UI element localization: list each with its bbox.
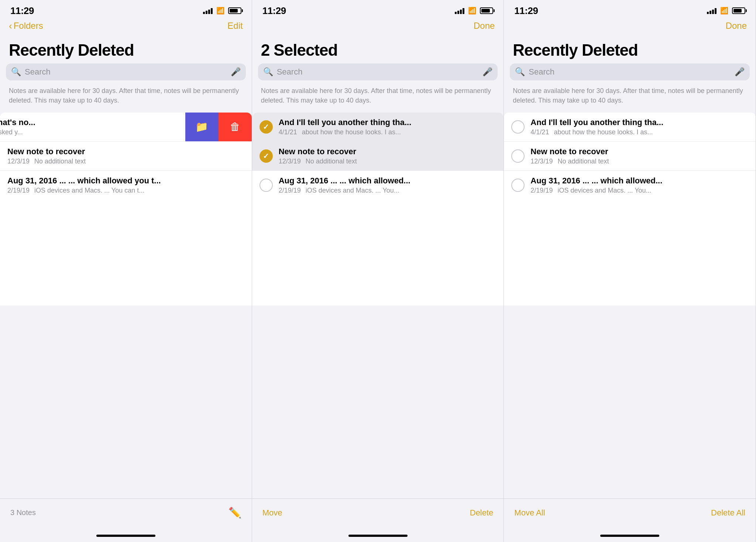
note-item-2-1[interactable]: New note to recover 12/3/19 No additiona… — [252, 142, 504, 171]
selection-circle-3-1[interactable] — [511, 149, 525, 163]
page-title-1: Recently Deleted — [0, 38, 252, 63]
bottom-bar-1: 3 Notes ✏️ — [0, 498, 252, 532]
mic-icon-3[interactable]: 🎤 — [735, 67, 745, 77]
note-preview-3-0: about how the house looks. I as... — [554, 128, 653, 136]
page-title-2: 2 Selected — [252, 38, 504, 63]
selection-circle-3-2[interactable] — [511, 179, 525, 192]
search-bar-1[interactable]: 🔍 Search 🎤 — [6, 63, 246, 80]
recover-icon: 📁 — [195, 121, 208, 133]
delete-all-button[interactable]: Delete All — [711, 508, 745, 518]
note-preview-2-2: iOS devices and Macs. ... You... — [306, 187, 399, 194]
selection-circle-2-0[interactable] — [260, 120, 273, 134]
battery-icon-2 — [480, 7, 493, 14]
note-meta-2-0: 4/1/21 about how the house looks. I as..… — [279, 128, 496, 136]
note-date-1-1: 12/3/19 — [7, 158, 30, 165]
notes-count-label: 3 Notes — [10, 508, 36, 517]
note-item-3-0[interactable]: And I'll tell you another thing tha... 4… — [504, 113, 756, 142]
status-bar-1: 11:29 📶 — [0, 0, 252, 19]
note-content-2-1: New note to recover 12/3/19 No additiona… — [279, 147, 496, 165]
bottom-bar-2: Move Delete — [252, 498, 504, 532]
note-content-2-0: And I'll tell you another thing tha... 4… — [279, 118, 496, 136]
note-item-3-2[interactable]: Aug 31, 2016 ... ... which allowed... 2/… — [504, 171, 756, 200]
wifi-icon-1: 📶 — [216, 7, 224, 15]
note-meta-3-2: 2/19/19 iOS devices and Macs. ... You... — [530, 187, 748, 194]
search-bar-2[interactable]: 🔍 Search 🎤 — [258, 63, 498, 80]
move-button[interactable]: Move — [262, 508, 282, 518]
search-icon-1: 🔍 — [11, 67, 21, 77]
note-meta-2-1: 12/3/19 No additional text — [279, 158, 496, 165]
info-text-2: Notes are available here for 30 days. Af… — [252, 85, 504, 112]
status-icons-1: 📶 — [203, 7, 241, 15]
note-date-2-2: 2/19/19 — [279, 187, 301, 194]
note-content-1-2: Aug 31, 2016 ... ... which allowed you t… — [7, 176, 244, 194]
note-title-3-0: And I'll tell you another thing tha... — [530, 118, 748, 127]
recover-action-button[interactable]: 📁 — [185, 113, 219, 141]
status-icons-2: 📶 — [455, 7, 493, 15]
note-meta-2-2: 2/19/19 iOS devices and Macs. ... You... — [279, 187, 496, 194]
delete-action-button[interactable]: 🗑 — [219, 113, 252, 141]
info-text-1: Notes are available here for 30 days. Af… — [0, 85, 252, 112]
note-title-1-1: New note to recover — [7, 147, 244, 156]
done-button-2[interactable]: Done — [474, 21, 495, 31]
search-icon-2: 🔍 — [263, 67, 273, 77]
delete-selected-button[interactable]: Delete — [470, 508, 494, 518]
status-icons-3: 📶 — [707, 7, 745, 15]
home-bar-1 — [96, 535, 155, 537]
home-indicator-3 — [504, 532, 756, 542]
search-bar-3[interactable]: 🔍 Search 🎤 — [510, 63, 750, 80]
signal-icon-1 — [203, 7, 213, 14]
note-content-2-2: Aug 31, 2016 ... ... which allowed... 2/… — [279, 176, 496, 194]
note-title-2-0: And I'll tell you another thing tha... — [279, 118, 496, 127]
folders-back-button[interactable]: ‹ Folders — [9, 21, 43, 31]
signal-icon-3 — [707, 7, 717, 14]
selection-circle-3-0[interactable] — [511, 120, 525, 134]
home-indicator-2 — [252, 532, 504, 542]
selection-circle-2-1[interactable] — [260, 149, 273, 163]
note-item-3-1[interactable]: New note to recover 12/3/19 No additiona… — [504, 142, 756, 171]
note-content-3-1: New note to recover 12/3/19 No additiona… — [530, 147, 748, 165]
notes-list-3: And I'll tell you another thing tha... 4… — [504, 113, 756, 305]
note-title-1-2: Aug 31, 2016 ... ... which allowed you t… — [7, 176, 244, 186]
signal-icon-2 — [455, 7, 464, 14]
selection-circle-2-2[interactable] — [260, 179, 273, 192]
note-meta-1-1: 12/3/19 No additional text — [7, 158, 244, 165]
battery-icon-3 — [732, 7, 745, 14]
done-button-3[interactable]: Done — [726, 21, 747, 31]
note-date-3-0: 4/1/21 — [530, 128, 549, 136]
note-title-2-1: New note to recover — [279, 147, 496, 156]
edit-button[interactable]: Edit — [227, 21, 243, 31]
info-text-3: Notes are available here for 30 days. Af… — [504, 85, 756, 112]
status-bar-3: 11:29 📶 — [504, 0, 756, 19]
note-item-1-0[interactable]: another thing that's no... the house loo… — [0, 113, 252, 142]
compose-button[interactable]: ✏️ — [228, 507, 241, 519]
notes-list-1: another thing that's no... the house loo… — [0, 113, 252, 305]
bottom-bar-3: Move All Delete All — [504, 498, 756, 532]
panel-3: 11:29 📶 Done Recently Deleted 🔍 Search 🎤… — [504, 0, 756, 542]
status-time-2: 11:29 — [262, 5, 286, 17]
note-item-1-2[interactable]: Aug 31, 2016 ... ... which allowed you t… — [0, 171, 252, 200]
mic-icon-2[interactable]: 🎤 — [482, 67, 492, 77]
note-item-2-2[interactable]: Aug 31, 2016 ... ... which allowed... 2/… — [252, 171, 504, 200]
note-date-3-2: 2/19/19 — [530, 187, 553, 194]
nav-bar-3: Done — [504, 19, 756, 38]
note-title-3-2: Aug 31, 2016 ... ... which allowed... — [530, 176, 748, 186]
search-input-3[interactable]: Search — [529, 67, 731, 77]
mic-icon-1[interactable]: 🎤 — [231, 67, 241, 77]
move-all-button[interactable]: Move All — [514, 508, 545, 518]
nav-bar-2: Done — [252, 19, 504, 38]
home-bar-2 — [348, 535, 408, 537]
back-chevron-icon: ‹ — [9, 21, 12, 31]
folders-label: Folders — [14, 21, 43, 31]
status-time-1: 11:29 — [10, 5, 34, 17]
note-content-1-1: New note to recover 12/3/19 No additiona… — [7, 147, 244, 165]
home-bar-3 — [600, 535, 659, 537]
note-content-3-0: And I'll tell you another thing tha... 4… — [530, 118, 748, 136]
note-preview-2-0: about how the house looks. I as... — [302, 128, 401, 136]
search-input-1[interactable]: Search — [25, 67, 227, 77]
note-date-1-2: 2/19/19 — [7, 187, 30, 194]
note-item-2-0[interactable]: And I'll tell you another thing tha... 4… — [252, 113, 504, 142]
search-input-2[interactable]: Search — [277, 67, 479, 77]
note-item-1-1[interactable]: New note to recover 12/3/19 No additiona… — [0, 142, 252, 171]
battery-icon-1 — [228, 7, 241, 14]
note-date-3-1: 12/3/19 — [530, 158, 553, 165]
